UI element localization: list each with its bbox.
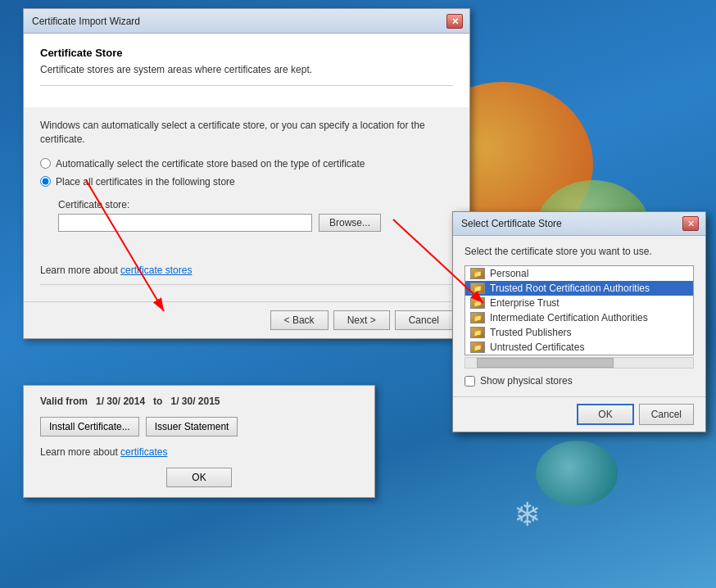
certificate-stores-link[interactable]: certificate stores [120, 265, 192, 276]
store-item-publishers[interactable]: 📁 Trusted Publishers [465, 325, 693, 340]
horizontal-scrollbar[interactable] [464, 357, 694, 369]
section-title: Certificate Store [40, 47, 453, 59]
h-scroll-thumb [477, 358, 614, 368]
dialog-body: Select the certificate store you want to… [453, 236, 705, 396]
store-label-publishers: Trusted Publishers [490, 327, 572, 338]
store-label-trusted-root: Trusted Root Certification Authorities [490, 283, 650, 294]
valid-dates: Valid from 1/ 30/ 2014 to 1/ 30/ 2015 [40, 396, 358, 407]
dialog-description: Select the certificate store you want to… [464, 246, 694, 257]
valid-from-label: Valid from [40, 396, 88, 407]
certificates-link[interactable]: certificates [120, 446, 167, 458]
cert-store-input-row: Browse... [58, 214, 453, 232]
store-label-intermediate: Intermediate Certification Authorities [490, 312, 648, 323]
cert-viewer-ok-row: OK [40, 468, 358, 487]
back-button[interactable]: < Back [270, 310, 329, 330]
certificate-import-wizard: Certificate Import Wizard ✕ Certificate … [23, 8, 470, 339]
next-button[interactable]: Next > [333, 310, 390, 330]
dialog-titlebar: Select Certificate Store ✕ [453, 212, 705, 236]
store-list-container: 📁 Personal 📁 Trusted Root Certification … [464, 265, 694, 355]
header-divider [40, 85, 453, 86]
date-to: 1/ 30/ 2015 [170, 396, 220, 407]
cert-store-input[interactable] [58, 214, 312, 232]
store-icon-intermediate: 📁 [470, 312, 485, 323]
radio-manual[interactable] [40, 176, 51, 187]
desktop: ❄ Certificate Import Wizard ✕ Certificat… [0, 0, 716, 588]
body-divider [40, 284, 453, 285]
radio-auto-item: Automatically select the certificate sto… [40, 158, 453, 170]
store-icon-enterprise: 📁 [470, 297, 485, 309]
section-description: Certificate stores are system areas wher… [40, 64, 453, 75]
store-item-untrusted[interactable]: 📁 Untrusted Certificates [465, 340, 693, 355]
learn-more-text: Learn more about certificate stores [40, 265, 453, 276]
learn-certs-prefix: Learn more about [40, 446, 120, 458]
store-item-trusted-root[interactable]: 📁 Trusted Root Certification Authorities [465, 281, 693, 296]
dialog-cancel-button[interactable]: Cancel [639, 404, 694, 425]
show-physical-checkbox[interactable] [464, 376, 475, 387]
cert-store-label: Certificate store: [58, 199, 453, 210]
install-certificate-button[interactable]: Install Certificate... [40, 417, 139, 436]
select-certificate-store-dialog: Select Certificate Store ✕ Select the ce… [452, 211, 706, 432]
learn-certs-text: Learn more about certificates [40, 446, 358, 458]
dialog-footer: OK Cancel [453, 396, 705, 432]
to-label: to [153, 396, 162, 407]
learn-more-prefix: Learn more about [40, 265, 120, 276]
show-physical-label: Show physical stores [480, 375, 573, 387]
store-item-intermediate[interactable]: 📁 Intermediate Certification Authorities [465, 310, 693, 325]
radio-manual-item: Place all certificates in the following … [40, 176, 453, 188]
browse-button[interactable]: Browse... [319, 214, 381, 232]
store-icon-trusted-root: 📁 [470, 283, 485, 294]
issuer-statement-button[interactable]: Issuer Statement [146, 417, 238, 436]
show-physical-row: Show physical stores [464, 375, 694, 387]
store-item-enterprise[interactable]: 📁 Enterprise Trust [465, 296, 693, 310]
dialog-title: Select Certificate Store [461, 218, 562, 229]
store-list[interactable]: 📁 Personal 📁 Trusted Root Certification … [465, 266, 693, 355]
radio-group: Automatically select the certificate sto… [40, 158, 453, 188]
wizard-titlebar: Certificate Import Wizard ✕ [24, 9, 469, 34]
store-icon-publishers: 📁 [470, 327, 485, 338]
decorative-snowflake: ❄ [503, 490, 552, 539]
radio-manual-label: Place all certificates in the following … [56, 176, 235, 188]
wizard-footer: < Back Next > Cancel [24, 301, 469, 338]
dialog-ok-button[interactable]: OK [577, 404, 633, 425]
cancel-button[interactable]: Cancel [395, 310, 453, 330]
store-label-enterprise: Enterprise Trust [490, 297, 560, 309]
date-from: 1/ 30/ 2014 [96, 396, 145, 407]
store-icon-personal: 📁 [470, 268, 485, 279]
store-label-untrusted: Untrusted Certificates [490, 341, 584, 353]
wizard-close-button[interactable]: ✕ [446, 14, 463, 29]
store-item-personal[interactable]: 📁 Personal [465, 266, 693, 281]
radio-auto[interactable] [40, 158, 51, 169]
wizard-body: Windows can automatically select a certi… [24, 107, 469, 301]
wizard-header-section: Certificate Store Certificate stores are… [24, 34, 469, 107]
certificate-viewer: Valid from 1/ 30/ 2014 to 1/ 30/ 2015 In… [23, 385, 375, 498]
dialog-close-button[interactable]: ✕ [682, 216, 699, 231]
wizard-title: Certificate Import Wizard [32, 16, 140, 27]
store-label-personal: Personal [490, 268, 528, 279]
cert-viewer-ok-button[interactable]: OK [166, 468, 231, 487]
cert-viewer-buttons: Install Certificate... Issuer Statement [40, 417, 358, 436]
radio-auto-label: Automatically select the certificate sto… [56, 158, 365, 170]
body-description: Windows can automatically select a certi… [40, 119, 453, 147]
store-icon-untrusted: 📁 [470, 341, 485, 353]
